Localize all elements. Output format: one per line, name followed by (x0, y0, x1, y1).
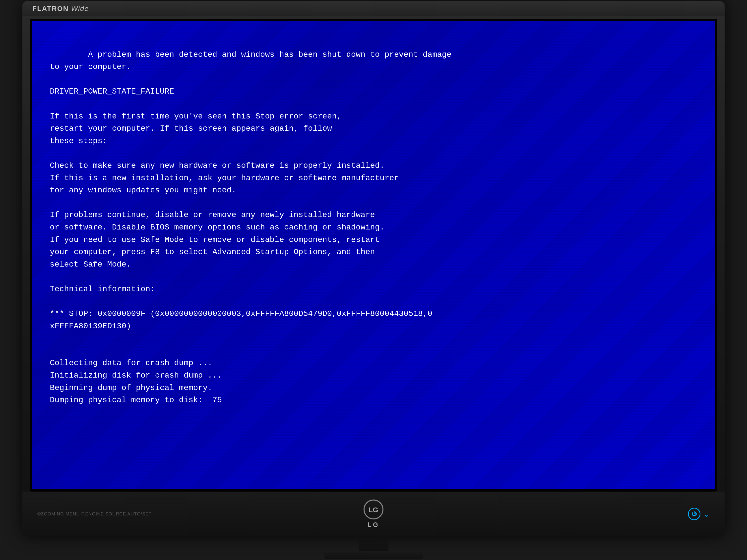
bsod-tech-info: Technical information: (50, 285, 155, 294)
screen-bezel: A problem has been detected and windows … (30, 19, 717, 491)
bsod-stop-2: xFFFFA80139ED130) (50, 322, 131, 331)
monitor-top-bar: FLATRON Wide (22, 1, 725, 16)
power-icon[interactable]: ⏻ (688, 508, 700, 520)
bsod-line-5: these steps: (50, 136, 107, 145)
power-button-area[interactable]: ⏻ ⌄ (688, 508, 710, 520)
bsod-stop-1: *** STOP: 0x0000009F (0x0000000000000003… (50, 309, 432, 318)
monitor-bottom-bar: ©ZOOMING MENU F.ENGINE SOURCE AUTO/SET L… (22, 491, 725, 536)
bsod-dump-3: Beginning dump of physical memory. (50, 383, 212, 393)
svg-text:LG: LG (368, 506, 378, 514)
bsod-content: A problem has been detected and windows … (50, 36, 697, 419)
bsod-line-7: If this is a new installation, ask your … (50, 174, 399, 183)
brand-name: FLATRON (32, 5, 69, 12)
monitor: FLATRON Wide A problem has been detected… (22, 1, 725, 536)
bsod-line-8: for any windows updates you might need. (50, 186, 236, 195)
bsod-line-6: Check to make sure any new hardware or s… (50, 161, 384, 170)
bsod-line-13: select Safe Mode. (50, 260, 131, 269)
chevron-down-icon[interactable]: ⌄ (703, 510, 710, 518)
monitor-brand: FLATRON Wide (32, 5, 89, 13)
lg-circle-icon: LG (364, 500, 383, 519)
lg-brand-text: LG (367, 521, 380, 529)
bsod-line-1: A problem has been detected and windows … (88, 50, 452, 59)
monitor-stand-base (324, 551, 423, 559)
bsod-line-2: to your computer. (50, 62, 131, 72)
lg-circle-svg: LG (367, 503, 380, 516)
bottom-controls-left: ©ZOOMING MENU F.ENGINE SOURCE AUTO/SET (37, 511, 152, 517)
bsod-line-11: If you need to use Safe Mode to remove o… (50, 235, 380, 244)
bsod-screen: A problem has been detected and windows … (32, 21, 715, 489)
bsod-line-10: or software. Disable BIOS memory options… (50, 223, 384, 232)
bsod-line-12: your computer, press F8 to select Advanc… (50, 247, 375, 257)
bsod-dump-2: Initializing disk for crash dump ... (50, 371, 222, 380)
bsod-dump-4: Dumping physical memory to disk: 75 (50, 396, 222, 405)
lg-logo: LG LG (364, 500, 383, 529)
bsod-dump-1: Collecting data for crash dump ... (50, 358, 212, 368)
bsod-line-3: If this is the first time you've seen th… (50, 112, 341, 121)
bottom-label: ©ZOOMING MENU F.ENGINE SOURCE AUTO/SET (37, 511, 152, 517)
monitor-stand-neck (359, 536, 388, 551)
bsod-line-4: restart your computer. If this screen ap… (50, 124, 332, 133)
brand-model: Wide (71, 5, 89, 12)
bsod-error-code: DRIVER_POWER_STATE_FAILURE (50, 87, 174, 96)
bsod-line-9: If problems continue, disable or remove … (50, 210, 375, 219)
